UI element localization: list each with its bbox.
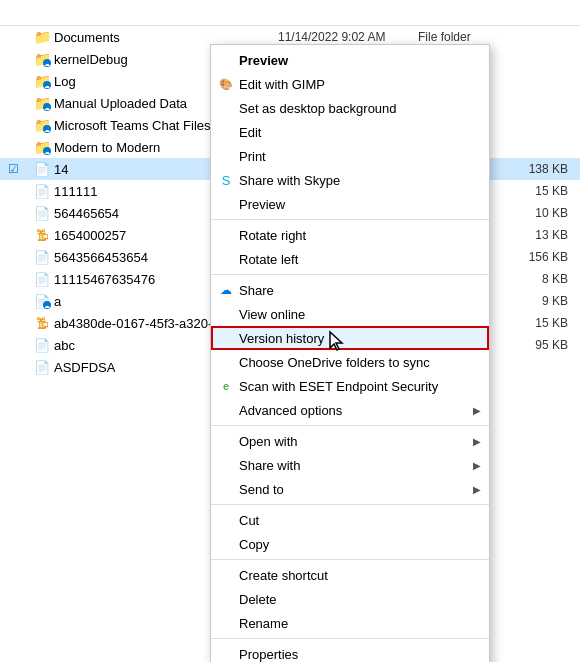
menu-separator: [211, 638, 489, 639]
menu-separator: [211, 559, 489, 560]
file-size: 15 KB: [498, 184, 568, 198]
file-size: 15 KB: [498, 316, 568, 330]
menu-item-share-with[interactable]: Share with ▶: [211, 453, 489, 477]
file-icon: 📄: [34, 271, 50, 287]
menu-item-label: Set as desktop background: [239, 101, 397, 116]
file-name-cell: 📁 Documents: [8, 29, 278, 45]
menu-item-label: Delete: [239, 592, 277, 607]
menu-item-rotate-left[interactable]: Rotate left: [211, 247, 489, 271]
file-size: 10 KB: [498, 206, 568, 220]
file-icon: 📄: [34, 249, 50, 265]
menu-item-advanced[interactable]: Advanced options ▶: [211, 398, 489, 422]
onedrive-folder-icon: 📁 ☁: [34, 117, 50, 133]
cloud-file-icon: 📄 ☁: [34, 293, 50, 309]
menu-item-label: Preview: [239, 53, 288, 68]
menu-item-label: Share with Skype: [239, 173, 340, 188]
menu-separator: [211, 504, 489, 505]
file-date: 11/14/2022 9:02 AM: [278, 30, 418, 44]
menu-item-preview2[interactable]: Preview: [211, 192, 489, 216]
file-name-text: Manual Uploaded Data: [54, 96, 187, 111]
menu-item-view-online[interactable]: View online: [211, 302, 489, 326]
file-icon: 📄: [34, 183, 50, 199]
menu-item-properties[interactable]: Properties: [211, 642, 489, 662]
eset-icon: e: [223, 380, 229, 392]
menu-item-edit-gimp[interactable]: 🎨 Edit with GIMP: [211, 72, 489, 96]
menu-item-label: Share: [239, 283, 274, 298]
checkbox[interactable]: ☑: [8, 162, 28, 176]
file-size: 138 KB: [498, 162, 568, 176]
archive-icon: 🗜: [34, 315, 50, 331]
menu-item-label: Rename: [239, 616, 288, 631]
menu-item-delete[interactable]: Delete: [211, 587, 489, 611]
menu-item-choose-onedrive[interactable]: Choose OneDrive folders to sync: [211, 350, 489, 374]
menu-item-version-history[interactable]: Version history: [211, 326, 489, 350]
file-size: 95 KB: [498, 338, 568, 352]
menu-icon-eset: e: [217, 380, 235, 392]
file-icon: 📄: [34, 359, 50, 375]
menu-item-label: Share with: [239, 458, 300, 473]
menu-separator: [211, 274, 489, 275]
menu-item-label: Version history: [239, 331, 324, 346]
submenu-arrow: ▶: [473, 436, 481, 447]
menu-item-label: Print: [239, 149, 266, 164]
menu-item-rename[interactable]: Rename: [211, 611, 489, 635]
onedrive-folder-icon: 📁 ☁: [34, 95, 50, 111]
menu-item-open-with[interactable]: Open with ▶: [211, 429, 489, 453]
skype-icon: S: [222, 173, 231, 188]
menu-item-edit[interactable]: Edit: [211, 120, 489, 144]
menu-item-label: Choose OneDrive folders to sync: [239, 355, 430, 370]
onedrive-folder-icon: 📁 ☁: [34, 73, 50, 89]
file-name-text: ASDFDSA: [54, 360, 115, 375]
menu-item-label: Open with: [239, 434, 298, 449]
folder-icon: 📁: [34, 29, 50, 45]
menu-item-print[interactable]: Print: [211, 144, 489, 168]
menu-item-cut[interactable]: Cut: [211, 508, 489, 532]
file-size: 156 KB: [498, 250, 568, 264]
file-name-text: Microsoft Teams Chat Files: [54, 118, 211, 133]
file-name-text: 564465654: [54, 206, 119, 221]
file-size: 9 KB: [498, 294, 568, 308]
menu-item-label: Edit: [239, 125, 261, 140]
file-name-text: 1654000257: [54, 228, 126, 243]
onedrive-folder-icon: 📁 ☁: [34, 51, 50, 67]
file-explorer: 📁 Documents 11/14/2022 9:02 AM File fold…: [0, 0, 580, 662]
menu-item-label: Create shortcut: [239, 568, 328, 583]
menu-item-copy[interactable]: Copy: [211, 532, 489, 556]
menu-item-preview[interactable]: Preview: [211, 48, 489, 72]
menu-item-create-shortcut[interactable]: Create shortcut: [211, 563, 489, 587]
menu-item-label: Cut: [239, 513, 259, 528]
submenu-arrow: ▶: [473, 405, 481, 416]
file-name-text: abc: [54, 338, 75, 353]
menu-item-label: Rotate left: [239, 252, 298, 267]
menu-icon-gimp: 🎨: [217, 78, 235, 91]
menu-item-label: Edit with GIMP: [239, 77, 325, 92]
menu-item-scan-eset[interactable]: e Scan with ESET Endpoint Security: [211, 374, 489, 398]
file-name-text: ab4380de-0167-45f3-a320-07: [54, 316, 227, 331]
file-name-text: kernelDebug: [54, 52, 128, 67]
column-headers: [0, 0, 580, 26]
file-name-text: 14: [54, 162, 68, 177]
menu-icon-skype: S: [217, 173, 235, 188]
menu-item-label: Advanced options: [239, 403, 342, 418]
menu-separator: [211, 219, 489, 220]
menu-item-rotate-right[interactable]: Rotate right: [211, 223, 489, 247]
file-icon: 📄: [34, 337, 50, 353]
menu-item-share[interactable]: ☁ Share: [211, 278, 489, 302]
file-icon: 📄: [34, 161, 50, 177]
file-size: 8 KB: [498, 272, 568, 286]
menu-icon-onedrive: ☁: [217, 283, 235, 297]
menu-item-send-to[interactable]: Send to ▶: [211, 477, 489, 501]
menu-item-label: Properties: [239, 647, 298, 662]
context-menu: Preview 🎨 Edit with GIMP Set as desktop …: [210, 44, 490, 662]
menu-item-label: Rotate right: [239, 228, 306, 243]
file-icon: 📄: [34, 205, 50, 221]
file-name-text: 111111: [54, 184, 97, 199]
menu-item-label: Preview: [239, 197, 285, 212]
submenu-arrow: ▶: [473, 484, 481, 495]
file-name-text: Modern to Modern: [54, 140, 160, 155]
file-type: File folder: [418, 30, 498, 44]
menu-item-set-desktop[interactable]: Set as desktop background: [211, 96, 489, 120]
menu-separator: [211, 425, 489, 426]
onedrive-icon: ☁: [220, 283, 232, 297]
menu-item-share-skype[interactable]: S Share with Skype: [211, 168, 489, 192]
